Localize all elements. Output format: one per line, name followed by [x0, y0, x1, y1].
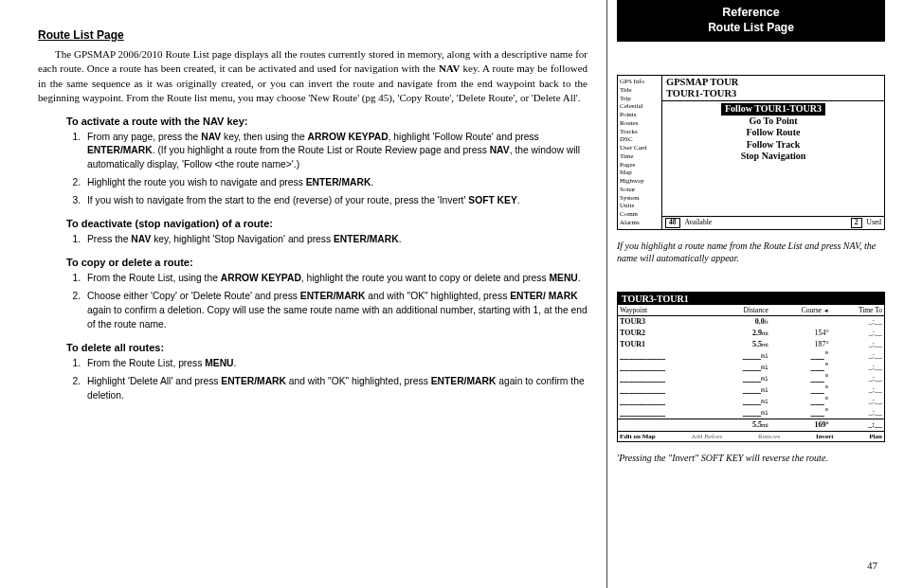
used-label: Used — [867, 219, 881, 226]
sub-activate-title: To activate a route with the NAV key: — [66, 116, 588, 127]
table-row-blank: ______________mi___°_:__ — [618, 362, 884, 373]
table-row-blank: ______________mi___°_:__ — [618, 384, 884, 396]
fig-tab: Comm — [620, 210, 660, 219]
figure2-caption: 'Pressing the "Invert" SOFT KEY will rev… — [617, 452, 885, 465]
figure-nav-menu: GPS InfoTideTripCelestialPointsRoutesTra… — [617, 75, 885, 230]
softkey-remove: Remove — [758, 433, 780, 440]
fig-tab: Units — [620, 202, 660, 210]
sub-copydelete-steps: From the Route List, using the ARROW KEY… — [66, 272, 588, 332]
figure-left-tabs: GPS InfoTideTripCelestialPointsRoutesTra… — [618, 76, 662, 229]
table-row: TOUR22.9mi154°_:__ — [618, 328, 884, 339]
fig-tab: User Card — [620, 144, 660, 152]
table-row: TOUR15.5mi187°_:__ — [618, 339, 884, 350]
fig-tab: Time — [620, 152, 660, 161]
sub-deleteall-steps: From the Route List, press MENU.Highligh… — [66, 357, 588, 403]
step-item: Highlight 'Delete All' and press ENTER/M… — [83, 375, 588, 403]
col-header: Course ◄ — [770, 305, 831, 316]
sub-activate-steps: From any page, press the NAV key, then u… — [66, 131, 588, 209]
table-total-row: 5.5mi169°_:__ — [618, 419, 884, 431]
step-item: From any page, press the NAV key, then u… — [83, 131, 588, 173]
step-item: Press the NAV key, highlight 'Stop Navig… — [83, 233, 588, 247]
sub-copydelete-title: To copy or delete a route: — [66, 257, 588, 268]
softkey-invert: Invert — [816, 433, 834, 440]
main-content: Route List Page The GPSMAP 2006/2010 Rou… — [0, 0, 606, 588]
intro-paragraph: The GPSMAP 2006/2010 Route List page dis… — [38, 47, 588, 106]
fig-tab: Trip — [620, 95, 660, 103]
sub-deleteall-title: To delete all routes: — [66, 342, 588, 353]
figure-route-title-line2: TOUR1-TOUR3 — [666, 88, 880, 99]
table-row: TOUR30.0ft_:__ — [618, 315, 884, 328]
nav-menu-item: Stop Navigation — [737, 151, 810, 163]
figure-nav-menu-items: Follow TOUR1-TOUR3Go To PointFollow Rout… — [662, 101, 884, 216]
route-review-title: TOUR3-TOUR1 — [618, 293, 884, 305]
available-label: Available — [685, 219, 713, 226]
fig-tab: Map — [620, 169, 660, 177]
step-item: If you wish to navigate from the start t… — [83, 194, 588, 208]
sub-deactivate-title: To deactivate (stop navigation) of a rou… — [66, 218, 588, 229]
fig-tab: Celestial — [620, 102, 660, 111]
step-item: From the Route List, press MENU. — [83, 357, 588, 371]
nav-menu-item: Follow TOUR1-TOUR3 — [721, 103, 825, 116]
softkey-plan: Plan — [869, 433, 882, 440]
sub-deactivate-steps: Press the NAV key, highlight 'Stop Navig… — [66, 233, 588, 247]
figure-footer: 48Available 2Used — [662, 216, 884, 228]
softkey-edit-on-map: Edit on Map — [620, 433, 656, 440]
fig-tab: GPS Info — [620, 78, 660, 86]
figure-route-title: GPSMAP TOUR TOUR1-TOUR3 — [662, 76, 884, 101]
fig-tab: Routes — [620, 119, 660, 128]
col-header: Time To — [831, 305, 884, 316]
step-item: Highlight the route you wish to navigate… — [83, 176, 588, 190]
fig-tab: Tide — [620, 86, 660, 95]
fig-tab: Tracks — [620, 128, 660, 136]
figure-route-title-line1: GPSMAP TOUR — [666, 77, 880, 88]
fig-tab: Alarms — [620, 219, 660, 227]
table-row-blank: ______________mi___°_:__ — [618, 396, 884, 407]
table-row-blank: ______________mi___°_:__ — [618, 350, 884, 362]
route-review-softkeys: Edit on MapAdd BeforeRemoveInvertPlan — [618, 431, 884, 441]
figure-route-review: TOUR3-TOUR1 WaypointDistanceCourse ◄Time… — [617, 292, 885, 442]
step-item: Choose either 'Copy' or 'Delete Route' a… — [83, 290, 588, 332]
fig-tab: Pages — [620, 161, 660, 169]
figure1-caption: If you highlight a route name from the R… — [617, 240, 885, 265]
page-number: 47 — [867, 560, 877, 571]
reference-title: Reference — [617, 6, 885, 19]
used-count: 2 — [851, 218, 862, 227]
col-header: Waypoint — [618, 305, 714, 316]
available-count: 48 — [665, 218, 680, 227]
fig-tab: Highway — [620, 177, 660, 186]
fig-tab: System — [620, 194, 660, 203]
nav-menu-item: Follow Route — [743, 127, 805, 139]
col-header: Distance — [714, 305, 770, 316]
softkey-add-before: Add Before — [691, 433, 722, 440]
section-title: Route List Page — [38, 28, 588, 42]
fig-tab: Sonar — [620, 186, 660, 194]
reference-subtitle: Route List Page — [617, 21, 885, 34]
nav-menu-item: Go To Point — [745, 116, 801, 128]
reference-header: Reference Route List Page — [617, 0, 885, 42]
table-row-blank: ______________mi___°_:__ — [618, 407, 884, 419]
route-review-table: WaypointDistanceCourse ◄Time ToTOUR30.0f… — [618, 305, 884, 431]
fig-tab: Points — [620, 111, 660, 119]
table-row-blank: ______________mi___°_:__ — [618, 373, 884, 384]
fig-tab: DSC — [620, 135, 660, 144]
sidebar: Reference Route List Page GPS InfoTideTr… — [606, 0, 904, 588]
step-item: From the Route List, using the ARROW KEY… — [83, 272, 588, 286]
nav-menu-item: Follow Track — [743, 139, 805, 151]
